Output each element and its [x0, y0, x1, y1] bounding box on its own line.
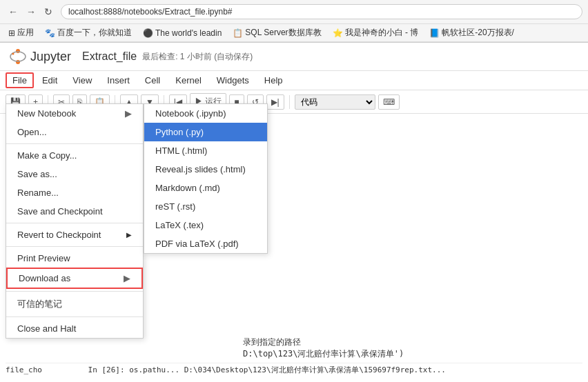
- menu-save-as[interactable]: Save as...: [6, 165, 143, 183]
- divider-5: [6, 316, 143, 317]
- jupyter-header: Jupyter Extract_file 最后检查: 1 小时前 (自动保存): [0, 43, 588, 71]
- menu-file[interactable]: File: [6, 72, 34, 88]
- divider-1: [6, 143, 143, 144]
- menu-close-halt[interactable]: Close and Halt: [6, 319, 143, 338]
- toolbar-keyboard[interactable]: ⌨: [378, 94, 400, 110]
- jupyter-logo: Jupyter: [8, 47, 71, 66]
- svg-point-3: [12, 53, 14, 55]
- menu-view[interactable]: View: [66, 72, 99, 88]
- divider-4: [6, 291, 143, 292]
- star-icon: ⭐: [333, 28, 343, 38]
- download-md[interactable]: Markdown (.md): [144, 179, 267, 197]
- new-notebook-arrow: ▶: [125, 108, 132, 119]
- forward-button[interactable]: →: [23, 5, 39, 19]
- separator-4: [289, 95, 290, 109]
- nav-buttons: ← → ↻: [6, 5, 55, 19]
- menu-help[interactable]: Help: [257, 72, 290, 88]
- cell-type-select[interactable]: 代码 Markdown Raw NBConvert: [295, 94, 375, 110]
- menu-download-as[interactable]: Download as ▶: [6, 268, 143, 289]
- browser-chrome: ← → ↻ ⊞ 应用 🐾 百度一下，你就知道 ⚫ The world's lea…: [0, 0, 588, 43]
- output-line-2: D:\top\123\河北赔付率计算\承保清单'): [243, 348, 404, 360]
- download-ipynb[interactable]: Notebook (.ipynb): [144, 104, 267, 123]
- address-bar[interactable]: [61, 4, 582, 19]
- download-pdf[interactable]: PDF via LaTeX (.pdf): [144, 234, 267, 253]
- output-line-1: 录到指定的路径: [243, 336, 404, 348]
- download-tex[interactable]: LaTeX (.tex): [144, 216, 267, 234]
- revert-arrow: ▶: [126, 231, 132, 239]
- download-as-submenu: Notebook (.ipynb) Python (.py) HTML (.ht…: [144, 103, 268, 254]
- menu-kernel[interactable]: Kernel: [168, 72, 208, 88]
- menu-cell[interactable]: Cell: [138, 72, 167, 88]
- notebook-last-saved: 最后检查: 1 小时前 (自动保存): [142, 51, 253, 63]
- apps-icon: ⊞: [8, 28, 15, 38]
- menu-insert[interactable]: Insert: [100, 72, 137, 88]
- notebook-title-area: Extract_file 最后检查: 1 小时前 (自动保存): [82, 50, 253, 63]
- menu-trusted-notebook[interactable]: 可信的笔记: [6, 294, 143, 314]
- download-slides[interactable]: Reveal.js slides (.html): [144, 160, 267, 179]
- menu-revert-checkpoint[interactable]: Revert to Checkpoint ▶: [6, 225, 143, 244]
- menu-save-checkpoint[interactable]: Save and Checkpoint: [6, 202, 143, 221]
- back-button[interactable]: ←: [6, 5, 21, 19]
- file-dropdown: New Notebook ▶ Open... Make a Copy... Sa…: [6, 103, 144, 339]
- status-text-1: file_cho: [6, 365, 42, 374]
- download-rst[interactable]: reST (.rst): [144, 197, 267, 216]
- github-icon: ⚫: [143, 28, 153, 38]
- fanruan-icon: 📘: [429, 28, 440, 38]
- svg-point-0: [16, 49, 20, 53]
- download-py[interactable]: Python (.py): [144, 123, 267, 141]
- refresh-button[interactable]: ↻: [41, 5, 55, 19]
- menu-widgets[interactable]: Widgets: [210, 72, 256, 88]
- jupyter-app: Jupyter Extract_file 最后检查: 1 小时前 (自动保存) …: [0, 43, 588, 382]
- bookmark-fanruan[interactable]: 📘 帆软社区-20万报表/: [427, 26, 517, 39]
- baidu-icon: 🐾: [45, 28, 55, 38]
- status-code: os.pathu... D:\034\Desktop\123\河北赔付率计算\承…: [129, 365, 446, 374]
- svg-point-1: [16, 60, 20, 64]
- menu-new-notebook[interactable]: New Notebook ▶: [6, 104, 143, 123]
- menu-open[interactable]: Open...: [6, 123, 143, 141]
- menu-make-copy[interactable]: Make a Copy...: [6, 146, 143, 165]
- bookmark-baidu[interactable]: 🐾 百度一下，你就知道: [42, 26, 135, 39]
- bookmarks-bar: ⊞ 应用 🐾 百度一下，你就知道 ⚫ The world's leadin 📋 …: [0, 24, 588, 42]
- jupyter-logo-text: Jupyter: [30, 50, 71, 64]
- menu-bar: File Edit View Insert Cell Kernel Widget…: [0, 71, 588, 90]
- output-area: 录到指定的路径 D:\top\123\河北赔付率计算\承保清单'): [242, 335, 405, 361]
- download-html[interactable]: HTML (.html): [144, 141, 267, 160]
- divider-3: [6, 246, 143, 247]
- menu-rename[interactable]: Rename...: [6, 183, 143, 202]
- menu-print-preview[interactable]: Print Preview: [6, 249, 143, 268]
- download-as-arrow: ▶: [124, 273, 130, 283]
- toolbar-step-next[interactable]: ▶|: [266, 94, 284, 110]
- browser-toolbar: ← → ↻: [0, 0, 588, 24]
- bookmark-apps[interactable]: ⊞ 应用: [6, 26, 37, 39]
- sqlserver-icon: 📋: [233, 28, 243, 38]
- bottom-status: file_cho In [26]: os.pathu... D:\034\Des…: [6, 363, 582, 375]
- jupyter-logo-icon: [8, 47, 28, 66]
- divider-2: [6, 223, 143, 223]
- notebook-filename[interactable]: Extract_file: [82, 50, 137, 63]
- status-in-label: In [26]:: [88, 365, 125, 374]
- bookmark-sqlserver[interactable]: 📋 SQL Server数据库教: [230, 26, 324, 39]
- bookmark-github[interactable]: ⚫ The world's leadin: [140, 28, 224, 39]
- menu-edit[interactable]: Edit: [35, 72, 64, 88]
- bookmark-xiaobai[interactable]: ⭐ 我是神奇的小白 - 博: [330, 26, 422, 39]
